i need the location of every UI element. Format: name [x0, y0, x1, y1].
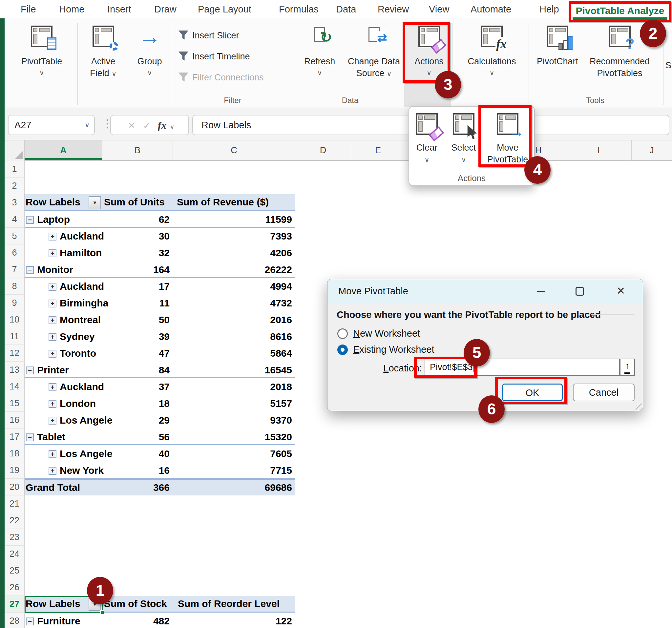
group-button[interactable]: → Group ∨	[130, 23, 169, 87]
pivot-row-label: +Hamilton	[49, 244, 102, 261]
collapse-dialog-button[interactable]: ↑	[620, 359, 635, 376]
expand-icon[interactable]: +	[49, 316, 56, 324]
change-data-source-button[interactable]: ⇄ Change Data Source ∨	[342, 23, 406, 87]
column-header-C[interactable]: C	[173, 140, 295, 160]
row-header-22[interactable]: 22	[5, 512, 25, 529]
tab-help[interactable]: Help	[539, 0, 559, 18]
tab-file[interactable]: File	[21, 0, 36, 18]
pivotchart-label: PivotChart	[531, 56, 584, 67]
row-header-19[interactable]: 19	[5, 462, 25, 479]
expand-icon[interactable]: +	[49, 283, 56, 291]
row-header-15[interactable]: 15	[5, 395, 25, 412]
pivot-row-auckland: +Auckland307393	[25, 228, 295, 244]
expand-icon[interactable]: +	[49, 450, 56, 458]
radio-on-icon[interactable]	[337, 344, 348, 355]
row-header-10[interactable]: 10	[5, 311, 25, 328]
column-header-A[interactable]: A	[25, 140, 102, 160]
maximize-button[interactable]	[570, 279, 590, 303]
row-header-6[interactable]: 6	[5, 244, 25, 261]
pivot-units-value: 32	[102, 244, 170, 261]
refresh-button[interactable]: ↻ Refresh ∨	[298, 23, 341, 87]
row-header-24[interactable]: 24	[5, 546, 25, 562]
expand-collapse-icon[interactable]: −	[26, 618, 34, 625]
column-header-B[interactable]: B	[102, 140, 173, 160]
expand-icon[interactable]: +	[49, 417, 56, 425]
column-header-I[interactable]: I	[566, 140, 632, 160]
tab-automate[interactable]: Automate	[471, 0, 511, 18]
tab-data[interactable]: Data	[336, 0, 356, 18]
expand-icon[interactable]: +	[49, 249, 56, 257]
menu-item-clear[interactable]: Clear ∨	[409, 111, 445, 173]
tab-home[interactable]: Home	[59, 0, 84, 18]
fill-handle[interactable]	[100, 610, 104, 614]
insert-timeline-button[interactable]: Insert Timeline	[178, 48, 290, 65]
collapse-icon[interactable]: −	[26, 266, 34, 274]
expand-icon[interactable]: +	[49, 350, 56, 358]
menu-item-select[interactable]: Select ∨	[446, 111, 481, 173]
radio-new-worksheet[interactable]: New Worksheet	[337, 328, 420, 340]
tab-draw[interactable]: Draw	[154, 0, 176, 18]
row-labels-filter-button[interactable]: ▼	[89, 196, 101, 209]
expand-icon[interactable]: +	[49, 333, 56, 341]
tab-formulas[interactable]: Formulas	[279, 0, 319, 18]
insert-slicer-button[interactable]: Insert Slicer	[178, 27, 290, 44]
row-header-1[interactable]: 1	[5, 161, 25, 177]
row-header-16[interactable]: 16	[5, 412, 25, 429]
row-header-5[interactable]: 5	[5, 228, 25, 244]
radio-existing-worksheet[interactable]: Existing Worksheet	[337, 344, 434, 356]
pivotchart-button[interactable]: PivotChart	[531, 23, 584, 87]
tab-insert[interactable]: Insert	[107, 0, 131, 18]
tab-pivottable-analyze[interactable]: PivotTable Analyze	[569, 1, 671, 22]
expand-icon[interactable]: +	[49, 233, 56, 241]
chevron-down-icon[interactable]: ∨	[85, 116, 90, 135]
row-header-28[interactable]: 28	[5, 612, 25, 628]
row-header-9[interactable]: 9	[5, 295, 25, 311]
column-header-E[interactable]: E	[351, 140, 405, 160]
collapse-icon[interactable]: −	[26, 433, 34, 441]
collapse-icon[interactable]: −	[26, 216, 34, 224]
row-header-4[interactable]: 4	[5, 211, 25, 228]
expand-icon[interactable]: +	[49, 299, 56, 308]
active-field-button[interactable]: Active Field ∨	[83, 23, 124, 87]
row-header-13[interactable]: 13	[5, 362, 25, 378]
tab-page-layout[interactable]: Page Layout	[198, 0, 251, 18]
tab-review[interactable]: Review	[378, 0, 409, 18]
row-header-12[interactable]: 12	[5, 345, 25, 362]
tab-view[interactable]: View	[429, 0, 449, 18]
cancel-entry-icon[interactable]: ×	[128, 119, 135, 131]
name-box[interactable]: A27 ∨	[8, 115, 95, 135]
radio-off-icon[interactable]	[337, 329, 348, 339]
row-header-20[interactable]: 20	[5, 479, 25, 496]
calculations-button[interactable]: fx Calculations ∨	[461, 23, 523, 87]
row-header-3[interactable]: 3	[5, 194, 25, 211]
pivottable-button[interactable]: PivotTable ∨	[10, 23, 73, 87]
row-header-27[interactable]: 27	[5, 596, 25, 612]
close-button[interactable]: ×	[611, 279, 631, 303]
minimize-button[interactable]	[531, 279, 551, 303]
select-all-cell[interactable]	[5, 140, 25, 161]
row-header-8[interactable]: 8	[5, 278, 25, 295]
row-header-18[interactable]: 18	[5, 445, 25, 462]
dialog-title-bar[interactable]: Move PivotTable ×	[328, 279, 643, 303]
collapse-icon[interactable]: −	[26, 366, 34, 375]
row-header-21[interactable]: 21	[5, 496, 25, 512]
row-header-7[interactable]: 7	[5, 261, 25, 278]
row-header-17[interactable]: 17	[5, 429, 25, 445]
row-header-23[interactable]: 23	[5, 529, 25, 546]
group-divider	[294, 23, 294, 105]
expand-icon[interactable]: +	[49, 467, 56, 475]
cancel-button[interactable]: Cancel	[573, 384, 634, 401]
row-header-11[interactable]: 11	[5, 328, 25, 345]
column-header-D[interactable]: D	[295, 140, 351, 160]
resize-grip[interactable]	[632, 400, 642, 409]
confirm-entry-icon[interactable]: ✓	[143, 120, 151, 131]
chevron-down-icon[interactable]: ∨	[170, 124, 174, 130]
expand-icon[interactable]: +	[49, 383, 56, 391]
row-header-14[interactable]: 14	[5, 378, 25, 395]
column-header-J[interactable]: J	[632, 140, 672, 160]
expand-icon[interactable]: +	[49, 400, 56, 408]
insert-function-icon[interactable]: fx	[158, 119, 167, 131]
row-header-26[interactable]: 26	[5, 579, 25, 596]
row-header-25[interactable]: 25	[5, 562, 25, 579]
row-header-2[interactable]: 2	[5, 177, 25, 194]
